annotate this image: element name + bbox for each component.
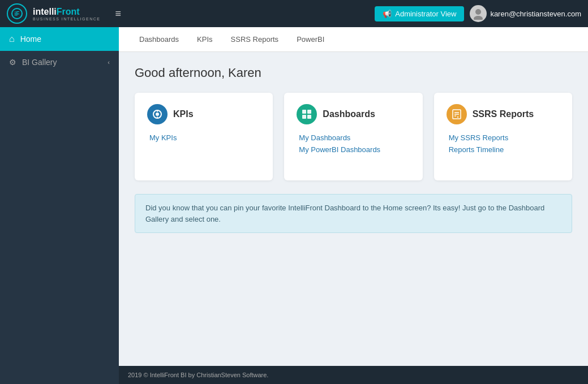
chevron-left-icon: ‹ [108, 59, 110, 66]
dashboards-card-icon [297, 104, 317, 124]
kpis-card-links: My KPIs [147, 133, 260, 142]
nav-right: 📢 Administrator View karen@christianstev… [375, 5, 581, 22]
my-dashboards-link[interactable]: My Dashboards [299, 133, 410, 142]
svg-rect-8 [302, 110, 306, 114]
speaker-icon: 📢 [383, 10, 392, 18]
greeting: Good afternoon, Karen [135, 66, 572, 80]
logo-icon: iF [7, 3, 27, 24]
svg-rect-9 [307, 110, 311, 114]
sidebar-item-home[interactable]: ⌂ Home [0, 27, 119, 51]
svg-point-2 [475, 9, 481, 15]
ssrs-card-title: SSRS Reports [473, 109, 534, 119]
sidebar-bi-gallery-label: BI Gallery [22, 58, 57, 67]
logo-area: iF intelliFront BUSINESS INTELLIGENCE ≡ [7, 3, 121, 24]
dashboards-card-header: Dashboards [297, 104, 410, 124]
ssrs-card-header: SSRS Reports [447, 104, 560, 124]
admin-view-button[interactable]: 📢 Administrator View [375, 6, 464, 21]
kpis-card-header: KPIs [147, 104, 260, 124]
kpis-card-title: KPIs [173, 109, 194, 119]
ssrs-card: SSRS Reports My SSRS Reports Reports Tim… [434, 93, 572, 180]
sidebar-item-home-label: Home [20, 34, 41, 44]
info-banner: Did you know that you can pin your favor… [135, 194, 572, 233]
footer: 2019 © IntelliFront BI by ChristianSteve… [119, 366, 588, 384]
reports-timeline-link[interactable]: Reports Timeline [449, 145, 560, 154]
sidebar: ⌂ Home ⚙ BI Gallery ‹ [0, 27, 119, 384]
layout: ⌂ Home ⚙ BI Gallery ‹ Dashboards KPIs SS… [0, 27, 588, 384]
dashboards-card-title: Dashboards [323, 109, 375, 119]
tab-kpis[interactable]: KPIs [188, 28, 221, 50]
logo-subtitle: BUSINESS INTELLIGENCE [33, 17, 100, 21]
user-info: karen@christiansteven.com [470, 5, 581, 22]
kpis-card-icon [147, 104, 168, 124]
logo-brand2: Front [57, 7, 80, 17]
kpis-card: KPIs My KPIs [135, 93, 273, 180]
main-content: Dashboards KPIs SSRS Reports PowerBI Goo… [119, 27, 588, 384]
ssrs-card-icon [447, 104, 467, 124]
sidebar-item-bi-gallery[interactable]: ⚙ BI Gallery ‹ [0, 51, 119, 74]
cards-row: KPIs My KPIs [135, 93, 572, 180]
user-avatar [470, 5, 487, 22]
svg-point-3 [474, 16, 483, 20]
footer-text: 2019 © IntelliFront BI by ChristianSteve… [128, 372, 268, 378]
svg-text:iF: iF [15, 11, 20, 17]
tab-dashboards[interactable]: Dashboards [130, 28, 188, 50]
svg-rect-11 [307, 115, 311, 119]
tab-bar: Dashboards KPIs SSRS Reports PowerBI [119, 27, 588, 52]
svg-point-5 [156, 113, 159, 116]
my-ssrs-reports-link[interactable]: My SSRS Reports [449, 133, 560, 142]
tab-ssrs-reports[interactable]: SSRS Reports [222, 28, 288, 50]
top-nav: iF intelliFront BUSINESS INTELLIGENCE ≡ … [0, 0, 588, 27]
info-banner-text: Did you know that you can pin your favor… [145, 204, 544, 223]
svg-rect-10 [302, 115, 306, 119]
tab-powerbi[interactable]: PowerBI [287, 28, 333, 50]
hamburger-menu[interactable]: ≡ [115, 8, 121, 20]
ssrs-card-links: My SSRS Reports Reports Timeline [447, 133, 560, 154]
logo-text-group: intelliFront BUSINESS INTELLIGENCE [33, 7, 100, 21]
my-powerbi-dashboards-link[interactable]: My PowerBI Dashboards [299, 145, 410, 154]
dashboards-card-links: My Dashboards My PowerBI Dashboards [297, 133, 410, 154]
my-kpis-link[interactable]: My KPIs [149, 133, 260, 142]
logo-brand: intelli [33, 7, 57, 17]
dashboards-card: Dashboards My Dashboards My PowerBI Dash… [284, 93, 422, 180]
gear-icon: ⚙ [9, 58, 16, 67]
user-email: karen@christiansteven.com [490, 10, 581, 18]
content-area: Good afternoon, Karen [119, 52, 588, 366]
home-icon: ⌂ [9, 34, 15, 44]
